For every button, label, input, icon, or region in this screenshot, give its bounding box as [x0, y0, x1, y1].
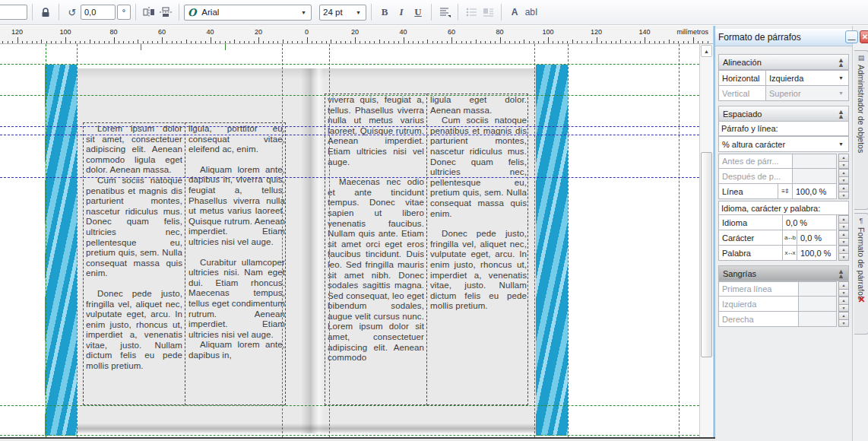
close-docker-button[interactable]: ✕ [860, 30, 868, 43]
tab-object-manager[interactable]: ▤ Administrador de objetos [854, 50, 868, 210]
collapse-chevron-icon[interactable]: ▲▲ [838, 109, 844, 119]
guide-line[interactable] [46, 44, 46, 437]
ruler-tick [138, 40, 138, 43]
position-field-partial[interactable] [0, 5, 27, 20]
collapse-docker-button[interactable]: — [845, 30, 858, 43]
idioma-stepper[interactable]: ▲▼ [838, 215, 849, 230]
guide-line[interactable] [0, 64, 699, 65]
left-stripe-graphic[interactable] [45, 65, 77, 436]
ruler-tick [408, 41, 409, 43]
text-column[interactable]: ligula eget dolor. Aenean massa.Cum soci… [430, 95, 527, 404]
guide-line[interactable] [282, 44, 283, 437]
font-size-dropdown[interactable]: 24 pt ▼ [319, 5, 366, 21]
ruler-tick [46, 41, 47, 43]
horizontal-alignment-dropdown[interactable]: Izquierda▼ [766, 71, 849, 86]
text-column[interactable]: ligula, porttitor eu, consequat vitae, e… [188, 124, 285, 404]
vertical-scrollbar[interactable]: ▲ [699, 44, 712, 437]
palabra-field[interactable]: 100,0 % [797, 246, 837, 261]
paragraph-format-icon: ¶ [860, 217, 863, 224]
guide-line[interactable] [141, 44, 141, 50]
guide-line[interactable] [0, 135, 699, 135]
guide-line[interactable] [534, 44, 535, 437]
ruler-tick [254, 41, 255, 43]
text-column[interactable]: viverra quis, feugiat a, tellus. Phasell… [328, 95, 424, 404]
horizontal-value: Izquierda [769, 74, 837, 83]
section-alineacion-header[interactable]: Alineación ▲▲ [718, 54, 849, 70]
drop-cap-icon[interactable] [480, 4, 496, 21]
line-spacing-field[interactable]: 100,0 % [793, 184, 837, 199]
text-alignment-icon[interactable] [436, 4, 453, 21]
text-column[interactable]: Lorem ipsum dolor sit amet, consectetuer… [86, 124, 182, 404]
caracter-stepper[interactable]: ▲▼ [838, 230, 849, 246]
italic-button[interactable]: I [393, 4, 410, 21]
ruler-tick [345, 41, 346, 43]
ruler-tick [312, 41, 312, 43]
section-espaciado-header[interactable]: Espaciado ▲▲ [718, 106, 849, 122]
section-title: Alineación [723, 58, 838, 67]
ruler-tick [470, 41, 471, 43]
guide-line[interactable] [0, 95, 699, 96]
guide-line[interactable] [568, 44, 569, 437]
ruler-tick [302, 41, 303, 43]
column-divider [185, 122, 185, 405]
ruler-tick [205, 41, 206, 43]
separator [32, 4, 33, 21]
mirror-vertical-icon[interactable] [157, 4, 174, 21]
caracter-field[interactable]: 0,0 % [797, 230, 837, 246]
palabra-stepper[interactable]: ▲▼ [838, 246, 849, 261]
scroll-up-icon[interactable]: ▲ [701, 45, 712, 57]
ruler-number: 120 [11, 28, 23, 36]
bulleted-list-icon[interactable] [463, 4, 480, 21]
ruler-tick [451, 37, 452, 43]
right-stripe-graphic[interactable] [536, 65, 568, 436]
separator [135, 4, 136, 21]
bold-button[interactable]: B [376, 4, 393, 21]
drawing-canvas[interactable]: Lorem ipsum dolor sit amet, consectetuer… [0, 44, 699, 437]
text-cursor-icon[interactable]: abI [523, 4, 540, 21]
line-spacing-stepper[interactable]: ▲▼ [838, 184, 849, 199]
spacing-mode-dropdown[interactable]: % altura carácter▼ [719, 137, 849, 152]
scrollbar-thumb[interactable] [701, 152, 712, 357]
before-paragraph-stepper: ▲▼ [838, 154, 849, 169]
ruler-tick [51, 41, 52, 43]
guide-line[interactable] [0, 405, 699, 406]
guide-line[interactable] [225, 44, 226, 50]
docker-close-icon[interactable]: ✕ [856, 293, 867, 305]
ruler-tick [606, 41, 607, 43]
edit-text-icon[interactable]: A [506, 4, 523, 21]
ruler-tick [123, 41, 124, 43]
guide-line[interactable] [329, 44, 330, 437]
vertical-alignment-dropdown: Superior▼ [766, 86, 849, 101]
paragraph-text: Cum sociis natoque penatibus et magnis d… [430, 116, 527, 219]
underline-button[interactable]: U [410, 4, 426, 21]
ruler-tick [215, 41, 216, 43]
horizontal-ruler[interactable]: milímetros 12010080604020020406080100120… [0, 26, 713, 44]
section-sangrias-header[interactable]: Sangrías ▲▲ [718, 265, 849, 281]
ruler-tick [8, 41, 8, 43]
separator [458, 4, 458, 21]
ruler-tick [326, 41, 327, 43]
ruler-tick [195, 41, 196, 43]
idioma-field[interactable]: 0,0 % [783, 215, 837, 230]
ruler-tick [119, 41, 119, 43]
lock-icon[interactable] [37, 4, 54, 21]
ruler-tick [538, 41, 539, 43]
ruler-tick [355, 37, 356, 43]
ruler-tick [509, 41, 510, 43]
guide-line[interactable] [0, 435, 699, 436]
collapse-chevron-icon[interactable]: ▲▲ [838, 269, 844, 278]
collapse-chevron-icon[interactable]: ▲▲ [838, 58, 844, 67]
ruler-tick [418, 41, 419, 43]
paragraph-text: Lorem ipsum dolor sit amet, consectetuer… [86, 124, 182, 176]
ruler-number: 40 [206, 28, 214, 36]
docker-title-bar[interactable]: Formato de párrafos » [715, 29, 852, 46]
guide-line[interactable] [679, 44, 680, 437]
mirror-horizontal-icon[interactable] [141, 4, 157, 21]
guide-line[interactable] [0, 126, 699, 127]
rotate-icon[interactable]: ↺ [64, 4, 81, 21]
guide-line[interactable] [77, 44, 78, 437]
angle-input[interactable]: 0,0 [81, 5, 116, 20]
font-list-dropdown[interactable]: O Arial ▼ [184, 5, 312, 21]
tab-paragraph-format[interactable]: ¶ Formato de párrafos [854, 213, 868, 335]
guide-line[interactable] [0, 177, 699, 178]
